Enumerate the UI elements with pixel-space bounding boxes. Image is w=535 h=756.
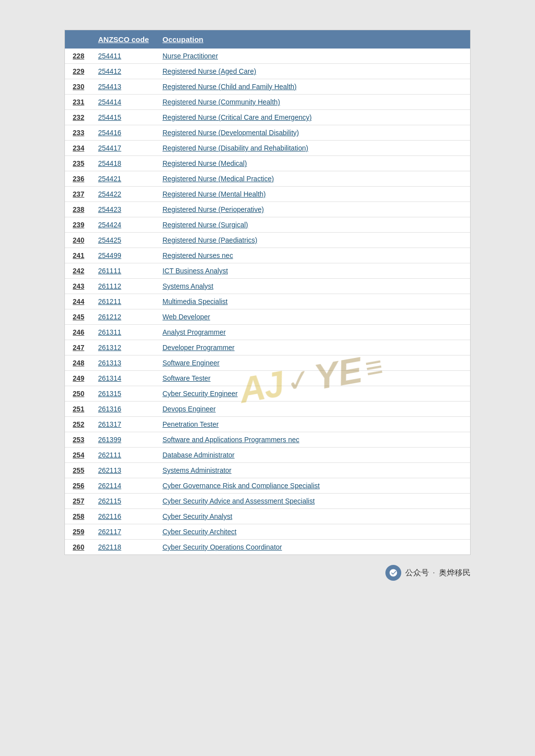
occupation-name[interactable]: Registered Nurse (Medical Practice) bbox=[157, 171, 470, 187]
anzsco-code[interactable]: 261112 bbox=[92, 279, 157, 294]
anzsco-code[interactable]: 254413 bbox=[92, 79, 157, 95]
anzsco-code[interactable]: 254499 bbox=[92, 248, 157, 263]
anzsco-code[interactable]: 254425 bbox=[92, 233, 157, 248]
occupation-name[interactable]: Cyber Security Advice and Assessment Spe… bbox=[157, 494, 470, 509]
header-anzsco: ANZSCO code bbox=[92, 30, 157, 49]
occupation-name[interactable]: Registered Nurse (Surgical) bbox=[157, 217, 470, 233]
anzsco-code[interactable]: 254415 bbox=[92, 110, 157, 125]
anzsco-code[interactable]: 262116 bbox=[92, 509, 157, 524]
anzsco-code[interactable]: 254423 bbox=[92, 202, 157, 217]
table-row: 237254422Registered Nurse (Mental Health… bbox=[65, 187, 470, 202]
anzsco-code[interactable]: 254412 bbox=[92, 64, 157, 79]
occupation-name[interactable]: Software and Applications Programmers ne… bbox=[157, 432, 470, 448]
row-number: 246 bbox=[65, 325, 92, 340]
row-number: 248 bbox=[65, 355, 92, 371]
row-number: 240 bbox=[65, 233, 92, 248]
occupation-name[interactable]: Registered Nurse (Community Health) bbox=[157, 95, 470, 110]
table-row: 232254415Registered Nurse (Critical Care… bbox=[65, 110, 470, 125]
anzsco-code[interactable]: 261312 bbox=[92, 340, 157, 355]
table-row: 241254499Registered Nurses nec bbox=[65, 248, 470, 263]
table-row: 240254425Registered Nurse (Paediatrics) bbox=[65, 233, 470, 248]
header-occupation: Occupation bbox=[157, 30, 470, 49]
wechat-icon bbox=[385, 565, 401, 581]
anzsco-code[interactable]: 254421 bbox=[92, 171, 157, 187]
anzsco-code[interactable]: 261311 bbox=[92, 325, 157, 340]
row-number: 232 bbox=[65, 110, 92, 125]
occupation-name[interactable]: Database Administrator bbox=[157, 448, 470, 463]
occupation-name[interactable]: ICT Business Analyst bbox=[157, 263, 470, 279]
table-row: 234254417Registered Nurse (Disability an… bbox=[65, 141, 470, 156]
occupation-name[interactable]: Penetration Tester bbox=[157, 417, 470, 432]
anzsco-code[interactable]: 262115 bbox=[92, 494, 157, 509]
anzsco-code[interactable]: 261399 bbox=[92, 432, 157, 448]
occupation-name[interactable]: Nurse Practitioner bbox=[157, 49, 470, 64]
footer-brand: 奥烨移民 bbox=[439, 568, 471, 578]
occupation-name[interactable]: Systems Analyst bbox=[157, 279, 470, 294]
anzsco-code[interactable]: 254422 bbox=[92, 187, 157, 202]
table-row: 236254421Registered Nurse (Medical Pract… bbox=[65, 171, 470, 187]
anzsco-code[interactable]: 254418 bbox=[92, 156, 157, 171]
occupation-name[interactable]: Cyber Security Architect bbox=[157, 524, 470, 540]
occupation-name[interactable]: Registered Nurse (Child and Family Healt… bbox=[157, 79, 470, 95]
occupation-name[interactable]: Software Tester bbox=[157, 371, 470, 386]
row-number: 257 bbox=[65, 494, 92, 509]
anzsco-code[interactable]: 261315 bbox=[92, 386, 157, 402]
table-row: 253261399Software and Applications Progr… bbox=[65, 432, 470, 448]
occupation-name[interactable]: Registered Nurse (Critical Care and Emer… bbox=[157, 110, 470, 125]
row-number: 236 bbox=[65, 171, 92, 187]
occupation-name[interactable]: Web Developer bbox=[157, 309, 470, 325]
occupation-name[interactable]: Software Engineer bbox=[157, 355, 470, 371]
row-number: 259 bbox=[65, 524, 92, 540]
anzsco-code[interactable]: 262118 bbox=[92, 540, 157, 555]
row-number: 244 bbox=[65, 294, 92, 309]
occupation-name[interactable]: Registered Nurse (Medical) bbox=[157, 156, 470, 171]
row-number: 252 bbox=[65, 417, 92, 432]
occupation-name[interactable]: Cyber Security Analyst bbox=[157, 509, 470, 524]
anzsco-code[interactable]: 262117 bbox=[92, 524, 157, 540]
anzsco-code[interactable]: 261316 bbox=[92, 402, 157, 417]
anzsco-code[interactable]: 261212 bbox=[92, 309, 157, 325]
row-number: 230 bbox=[65, 79, 92, 95]
table-row: 228254411Nurse Practitioner bbox=[65, 49, 470, 64]
table-row: 239254424Registered Nurse (Surgical) bbox=[65, 217, 470, 233]
occupation-name[interactable]: Cyber Security Engineer bbox=[157, 386, 470, 402]
occupation-name[interactable]: Analyst Programmer bbox=[157, 325, 470, 340]
anzsco-code[interactable]: 262111 bbox=[92, 448, 157, 463]
occupation-name[interactable]: Registered Nurse (Paediatrics) bbox=[157, 233, 470, 248]
occupation-name[interactable]: Multimedia Specialist bbox=[157, 294, 470, 309]
table-row: 246261311Analyst Programmer bbox=[65, 325, 470, 340]
occupation-name[interactable]: Developer Programmer bbox=[157, 340, 470, 355]
table-body: 228254411Nurse Practitioner229254412Regi… bbox=[65, 49, 470, 554]
occupation-name[interactable]: Registered Nurse (Aged Care) bbox=[157, 64, 470, 79]
occupation-name[interactable]: Registered Nurse (Disability and Rehabil… bbox=[157, 141, 470, 156]
occupation-name[interactable]: Cyber Governance Risk and Compliance Spe… bbox=[157, 478, 470, 494]
occupation-name[interactable]: Registered Nurse (Developmental Disabili… bbox=[157, 125, 470, 141]
anzsco-code[interactable]: 262113 bbox=[92, 463, 157, 478]
anzsco-code[interactable]: 261111 bbox=[92, 263, 157, 279]
occupation-name[interactable]: Registered Nurses nec bbox=[157, 248, 470, 263]
occupation-name[interactable]: Cyber Security Operations Coordinator bbox=[157, 540, 470, 555]
table-row: 249261314Software Tester bbox=[65, 371, 470, 386]
row-number: 260 bbox=[65, 540, 92, 555]
row-number: 245 bbox=[65, 309, 92, 325]
row-number: 254 bbox=[65, 448, 92, 463]
occupation-name[interactable]: Systems Administrator bbox=[157, 463, 470, 478]
table-row: 248261313Software Engineer bbox=[65, 355, 470, 371]
anzsco-code[interactable]: 262114 bbox=[92, 478, 157, 494]
row-number: 256 bbox=[65, 478, 92, 494]
occupation-name[interactable]: Registered Nurse (Mental Health) bbox=[157, 187, 470, 202]
anzsco-code[interactable]: 254417 bbox=[92, 141, 157, 156]
row-number: 242 bbox=[65, 263, 92, 279]
occupation-name[interactable]: Registered Nurse (Perioperative) bbox=[157, 202, 470, 217]
anzsco-code[interactable]: 254424 bbox=[92, 217, 157, 233]
anzsco-code[interactable]: 261313 bbox=[92, 355, 157, 371]
occupation-name[interactable]: Devops Engineer bbox=[157, 402, 470, 417]
anzsco-code[interactable]: 254416 bbox=[92, 125, 157, 141]
anzsco-code[interactable]: 254414 bbox=[92, 95, 157, 110]
anzsco-code[interactable]: 261314 bbox=[92, 371, 157, 386]
table-header: ANZSCO code Occupation bbox=[65, 30, 470, 49]
anzsco-code[interactable]: 254411 bbox=[92, 49, 157, 64]
anzsco-code[interactable]: 261211 bbox=[92, 294, 157, 309]
anzsco-code[interactable]: 261317 bbox=[92, 417, 157, 432]
table-row: 250261315Cyber Security Engineer bbox=[65, 386, 470, 402]
